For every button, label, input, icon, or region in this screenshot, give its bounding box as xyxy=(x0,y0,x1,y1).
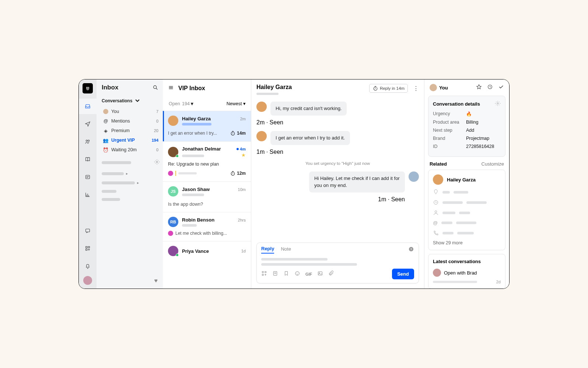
progress-bar xyxy=(182,123,211,125)
assignee[interactable]: You xyxy=(430,84,448,91)
svg-rect-34 xyxy=(262,271,263,272)
search-button[interactable] xyxy=(153,85,158,92)
nav-reports[interactable] xyxy=(79,187,97,202)
list-menu-button[interactable] xyxy=(168,85,174,92)
tab-reply[interactable]: Reply xyxy=(261,246,274,254)
nav-notifications[interactable] xyxy=(79,258,97,274)
conversation-list: VIP Inbox Open 194 ▾ Newest ▾ Hailey Gar… xyxy=(163,79,251,289)
sort-dropdown[interactable]: Newest ▾ xyxy=(227,101,246,106)
svg-rect-14 xyxy=(86,247,87,248)
pin-icon xyxy=(433,189,439,195)
more-menu[interactable]: ⋮ xyxy=(413,85,419,92)
bookmark-button[interactable] xyxy=(283,270,289,278)
paper-plane-icon xyxy=(85,121,91,127)
clock-icon xyxy=(487,84,493,90)
phone-icon xyxy=(433,230,439,236)
star-icon xyxy=(476,84,482,90)
nav-send[interactable] xyxy=(79,116,97,132)
details-settings[interactable] xyxy=(495,100,501,107)
nav-apps[interactable] xyxy=(79,241,97,256)
nav-people[interactable] xyxy=(79,134,97,149)
people-icon xyxy=(85,139,91,145)
nav-messages[interactable] xyxy=(79,223,97,238)
favorite-button[interactable]: ♥ xyxy=(154,277,158,284)
attachment-button[interactable] xyxy=(328,270,334,278)
search-icon xyxy=(153,85,158,91)
nav-article[interactable] xyxy=(79,169,97,185)
snooze-button[interactable] xyxy=(487,84,493,91)
sidebar-title: Inbox xyxy=(102,84,160,91)
doc-icon xyxy=(272,270,278,276)
sidebar-item-mentions[interactable]: @Mentions0 xyxy=(102,116,160,126)
composer-text-placeholder[interactable] xyxy=(261,263,357,266)
svg-point-6 xyxy=(88,140,90,141)
conversation-item[interactable]: Priya Vance1d xyxy=(163,241,251,261)
emoji-button[interactable] xyxy=(294,270,300,278)
tab-note[interactable]: Note xyxy=(281,246,291,253)
contact-card: Hailey Garza @ Show 29 more xyxy=(428,170,505,250)
message-meta: 1m · Seen xyxy=(256,149,419,155)
article-icon xyxy=(85,174,91,180)
customize-button[interactable]: Customize xyxy=(482,161,504,167)
nav-rail xyxy=(79,79,97,289)
sidebar-item-waiting[interactable]: ⏰Waiting 20m0 xyxy=(102,145,160,155)
article-button[interactable] xyxy=(272,270,278,278)
conversations-section[interactable]: Conversations xyxy=(102,98,160,104)
close-button[interactable] xyxy=(498,84,504,91)
sidebar-item-premium[interactable]: ◈Premium20 xyxy=(102,126,160,135)
svg-rect-16 xyxy=(86,249,87,250)
avatar xyxy=(409,171,419,182)
details-panel: You Conversation details Urgency🔥 Produc… xyxy=(424,79,509,289)
open-filter[interactable]: Open 194 ▾ xyxy=(168,101,193,106)
bookmark-icon xyxy=(283,270,289,276)
star-icon: ★ xyxy=(241,152,246,158)
conversation-item[interactable]: RB Robin Benson2hrs Let me check with bi… xyxy=(163,212,251,241)
conversation-item[interactable]: Jonathan Delmar4m ★ Re: Upgrade to new p… xyxy=(163,141,251,181)
avatar xyxy=(168,246,178,256)
avatar xyxy=(433,269,441,277)
shortcuts-button[interactable] xyxy=(261,270,267,278)
image-button[interactable] xyxy=(317,270,323,278)
nav-book[interactable] xyxy=(79,152,97,167)
sidebar-settings[interactable] xyxy=(154,159,160,166)
nav-user-avatar[interactable] xyxy=(83,276,92,285)
alarm-icon: ⏰ xyxy=(103,147,108,152)
you-avatar-icon xyxy=(103,109,108,114)
avatar: RB xyxy=(168,217,178,227)
subtitle-placeholder xyxy=(256,93,279,95)
star-button[interactable] xyxy=(476,84,482,91)
inbox-sidebar: Inbox Conversations You7 @Mentions0 ◈Pre… xyxy=(97,79,163,289)
message-meta: 1m · Seen xyxy=(256,196,405,203)
svg-point-48 xyxy=(435,211,437,213)
gif-button[interactable]: GIF xyxy=(305,272,312,276)
sidebar-item-you[interactable]: You7 xyxy=(102,107,160,116)
latest-conversations-card: Latest conversations Open with Brad 2d xyxy=(428,254,505,289)
emoji-icon xyxy=(294,270,300,276)
conversation-item[interactable]: JS Jason Shaw10m Is the app down? xyxy=(163,181,251,212)
svg-rect-15 xyxy=(88,247,90,248)
message-in: I get an error when I try to add it. xyxy=(256,131,419,145)
contact-name[interactable]: Hailey Garza xyxy=(433,174,501,185)
send-button[interactable]: Send xyxy=(392,269,414,279)
svg-point-40 xyxy=(295,271,300,275)
latest-item[interactable]: Open with Brad xyxy=(433,269,501,277)
collapsed-group[interactable]: ▸ xyxy=(102,181,160,185)
conversation-item[interactable]: Hailey Garza2m I get an error when I try… xyxy=(163,111,251,141)
svg-rect-43 xyxy=(318,272,322,275)
message-meta: 2m · Seen xyxy=(256,119,419,126)
collapsed-group[interactable]: ▸ xyxy=(102,171,160,176)
nav-inbox[interactable] xyxy=(79,99,97,114)
help-button[interactable]: ? xyxy=(408,246,414,253)
reply-time-pill: Reply in 14m xyxy=(369,84,408,93)
composer-text-placeholder[interactable] xyxy=(261,258,328,261)
svg-point-19 xyxy=(156,161,158,163)
svg-rect-13 xyxy=(86,229,90,232)
conversation-thread: Hailey Garza Reply in 14m ⋮ Hi, my credi… xyxy=(251,79,424,289)
list-title: VIP Inbox xyxy=(178,85,205,92)
book-icon xyxy=(85,156,91,162)
timer-icon xyxy=(230,130,236,136)
avatar xyxy=(256,102,267,112)
chart-icon xyxy=(85,192,91,198)
show-more-button[interactable]: Show 29 more xyxy=(433,240,501,245)
sidebar-item-urgent-vip[interactable]: 👥Urgent VIP194 xyxy=(102,135,160,145)
